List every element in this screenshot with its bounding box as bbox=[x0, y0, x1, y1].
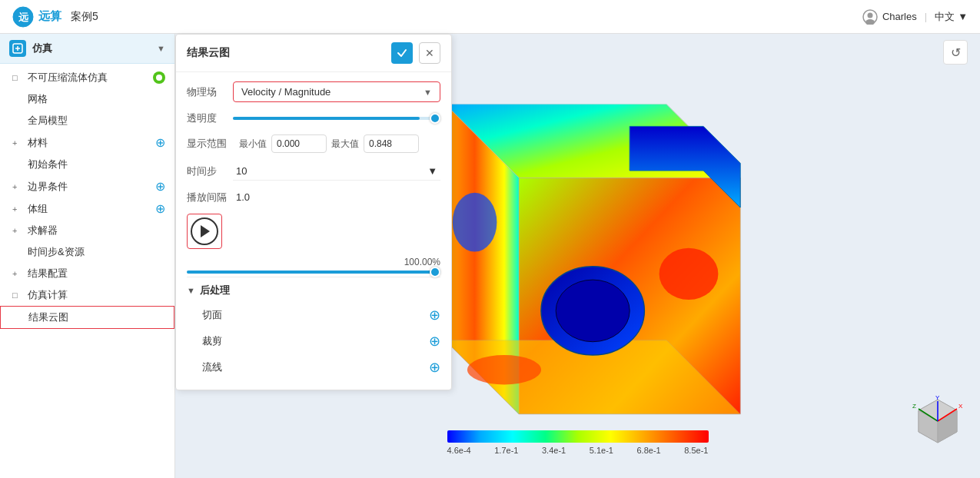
close-icon: ✕ bbox=[425, 47, 434, 59]
expander-icon: □ bbox=[12, 290, 23, 300]
physics-field-select[interactable]: Velocity / Magnitude ▼ bbox=[233, 81, 440, 102]
panel-header: 结果云图 ✕ bbox=[176, 35, 451, 72]
colorbar-label-2: 3.4e-1 bbox=[542, 446, 566, 455]
sidebar-item-global-model[interactable]: 全局模型 bbox=[0, 110, 174, 131]
panel-confirm-button[interactable] bbox=[391, 42, 413, 64]
streamline-label: 流线 bbox=[202, 360, 222, 374]
sidebar-item-mesh[interactable]: 网格 bbox=[0, 88, 174, 110]
colorbar-label-5: 8.5e-1 bbox=[684, 446, 708, 455]
sidebar-tree: □ 不可压缩流体仿真 网格 全局模型 + 材料 ⊕ 初始条件 bbox=[0, 64, 174, 478]
sidebar-header: 仿真 ▼ bbox=[0, 34, 174, 64]
colorbar-label-4: 6.8e-1 bbox=[637, 446, 661, 455]
play-button[interactable] bbox=[191, 217, 218, 245]
display-range-row: 显示范围 最小值 最大值 bbox=[187, 134, 440, 153]
sidebar-item-solver[interactable]: + 求解器 bbox=[0, 220, 174, 241]
expander-icon: + bbox=[12, 226, 23, 235]
sidebar-item-incompressible[interactable]: □ 不可压缩流体仿真 bbox=[0, 67, 174, 88]
header-right: Charles | 中文 ▼ bbox=[862, 9, 968, 25]
expander-icon: + bbox=[12, 269, 23, 278]
post-processing-title: 后处理 bbox=[200, 284, 230, 297]
add-crop-button[interactable]: ⊕ bbox=[429, 333, 440, 350]
min-value-input[interactable] bbox=[271, 134, 327, 153]
sidebar-item-boundary-condition[interactable]: + 边界条件 ⊕ bbox=[0, 175, 174, 198]
display-range-label: 显示范围 bbox=[187, 137, 233, 151]
svg-text:X: X bbox=[958, 403, 963, 410]
logo-icon: 远 bbox=[12, 6, 34, 28]
sidebar-item-material[interactable]: + 材料 ⊕ bbox=[0, 131, 174, 154]
header: 远 远算 案例5 Charles | 中文 ▼ bbox=[0, 0, 980, 34]
colorbar: 4.6e-4 1.7e-1 3.4e-1 5.1e-1 6.8e-1 8.5e-… bbox=[447, 430, 709, 455]
colorbar-label-3: 5.1e-1 bbox=[590, 446, 613, 455]
svg-point-4 bbox=[865, 19, 875, 25]
header-left: 远 远算 案例5 bbox=[12, 6, 98, 28]
expander-icon: + bbox=[12, 182, 23, 191]
crop-label: 裁剪 bbox=[202, 334, 222, 348]
sidebar-collapse-icon[interactable]: ▼ bbox=[157, 44, 165, 53]
svg-point-15 bbox=[556, 280, 630, 342]
collapse-arrow-icon[interactable]: ▼ bbox=[187, 286, 195, 295]
user-info: Charles bbox=[862, 9, 917, 25]
dropdown-arrow-icon: ▼ bbox=[427, 165, 437, 177]
chevron-down-icon: ▼ bbox=[958, 11, 968, 22]
sidebar-title: 仿真 bbox=[32, 41, 52, 55]
svg-point-19 bbox=[467, 355, 541, 384]
progress-fill bbox=[187, 271, 440, 274]
progress-text: 100.00% bbox=[187, 257, 440, 267]
main-layout: 仿真 ▼ □ 不可压缩流体仿真 网格 全局模型 + bbox=[0, 34, 980, 478]
status-badge bbox=[153, 71, 165, 84]
refresh-icon: ↺ bbox=[951, 45, 961, 60]
playback-interval-row: 播放间隔 1.0 bbox=[187, 188, 440, 206]
svg-point-3 bbox=[867, 12, 872, 18]
add-icon[interactable]: ⊕ bbox=[155, 135, 165, 150]
expander-icon: + bbox=[12, 138, 23, 148]
physics-field-label: 物理场 bbox=[187, 85, 233, 99]
panel-close-button[interactable]: ✕ bbox=[419, 42, 440, 64]
panel-body: 物理场 Velocity / Magnitude ▼ 透明度 显示范围 bbox=[176, 72, 451, 390]
post-processing-header: ▼ 后处理 bbox=[187, 277, 440, 302]
play-row bbox=[187, 214, 440, 249]
max-label: 最大值 bbox=[331, 138, 359, 151]
playback-interval-label: 播放间隔 bbox=[187, 191, 233, 204]
header-divider: | bbox=[925, 11, 927, 22]
add-icon[interactable]: ⊕ bbox=[155, 201, 165, 216]
transparency-label: 透明度 bbox=[187, 111, 233, 125]
dropdown-arrow-icon: ▼ bbox=[424, 88, 432, 97]
min-label: 最小值 bbox=[239, 138, 267, 151]
add-icon[interactable]: ⊕ bbox=[155, 179, 165, 194]
time-step-select[interactable]: 10 ▼ bbox=[233, 162, 440, 181]
slice-label: 切面 bbox=[202, 308, 222, 322]
logo: 远 远算 bbox=[12, 6, 61, 28]
panel-actions: ✕ bbox=[391, 42, 440, 64]
colorbar-strip bbox=[447, 430, 709, 443]
colorbar-label-0: 4.6e-4 bbox=[447, 446, 471, 455]
play-icon bbox=[201, 225, 210, 237]
transparency-slider[interactable] bbox=[233, 117, 440, 120]
sidebar-item-initial-condition[interactable]: 初始条件 bbox=[0, 154, 174, 175]
logo-text: 远算 bbox=[38, 9, 61, 24]
sidebar-item-volume-group[interactable]: + 体组 ⊕ bbox=[0, 198, 174, 220]
physics-field-row: 物理场 Velocity / Magnitude ▼ bbox=[187, 81, 440, 102]
progress-slider[interactable] bbox=[187, 271, 440, 274]
sidebar-item-result-config[interactable]: + 结果配置 bbox=[0, 263, 174, 284]
colorbar-label-1: 1.7e-1 bbox=[494, 446, 518, 455]
language-selector[interactable]: 中文 ▼ bbox=[935, 10, 968, 24]
user-name: Charles bbox=[882, 11, 917, 22]
add-streamline-button[interactable]: ⊕ bbox=[429, 359, 440, 376]
post-item-crop: 裁剪 ⊕ bbox=[187, 328, 440, 354]
progress-thumb[interactable] bbox=[430, 267, 440, 277]
refresh-button[interactable]: ↺ bbox=[943, 40, 968, 65]
svg-text:Z: Z bbox=[912, 403, 916, 410]
time-step-value: 10 bbox=[236, 165, 247, 177]
max-value-input[interactable] bbox=[364, 134, 419, 153]
slider-thumb[interactable] bbox=[430, 113, 440, 124]
svg-text:远: 远 bbox=[18, 12, 29, 23]
play-button-box bbox=[187, 214, 222, 249]
case-title: 案例5 bbox=[71, 10, 98, 24]
add-slice-button[interactable]: ⊕ bbox=[429, 307, 440, 324]
check-icon bbox=[397, 48, 407, 58]
svg-point-17 bbox=[452, 193, 497, 252]
sidebar-item-time-resource[interactable]: 时间步&资源 bbox=[0, 241, 174, 263]
physics-field-value: Velocity / Magnitude bbox=[241, 86, 331, 98]
sidebar-item-sim-compute[interactable]: □ 仿真计算 bbox=[0, 284, 174, 306]
sidebar-item-result-cloud[interactable]: 结果云图 bbox=[0, 306, 174, 329]
